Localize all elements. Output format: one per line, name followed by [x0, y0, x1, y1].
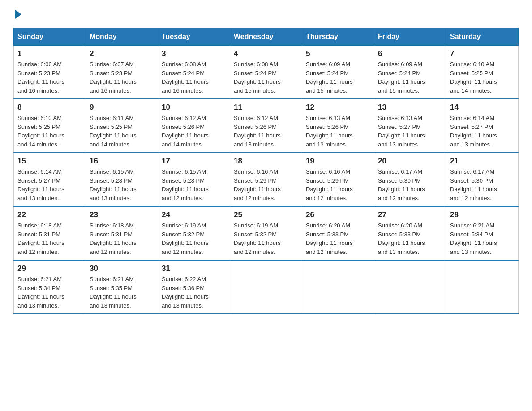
- day-number: 6: [378, 49, 442, 58]
- calendar-cell: 16Sunrise: 6:15 AMSunset: 5:28 PMDayligh…: [86, 153, 158, 206]
- calendar-cell: 20Sunrise: 6:17 AMSunset: 5:30 PMDayligh…: [374, 153, 446, 206]
- day-detail: Sunrise: 6:09 AMSunset: 5:24 PMDaylight:…: [306, 61, 353, 94]
- day-detail: Sunrise: 6:10 AMSunset: 5:25 PMDaylight:…: [17, 115, 64, 148]
- day-detail: Sunrise: 6:11 AMSunset: 5:25 PMDaylight:…: [90, 115, 137, 148]
- calendar-cell: 6Sunrise: 6:09 AMSunset: 5:24 PMDaylight…: [374, 46, 446, 99]
- day-detail: Sunrise: 6:07 AMSunset: 5:23 PMDaylight:…: [90, 61, 137, 94]
- calendar-cell: 22Sunrise: 6:18 AMSunset: 5:31 PMDayligh…: [14, 206, 86, 260]
- day-detail: Sunrise: 6:16 AMSunset: 5:29 PMDaylight:…: [306, 168, 353, 201]
- day-number: 2: [90, 49, 154, 58]
- calendar-week-row: 29Sunrise: 6:21 AMSunset: 5:34 PMDayligh…: [14, 260, 519, 314]
- calendar-cell: 14Sunrise: 6:14 AMSunset: 5:27 PMDayligh…: [446, 99, 519, 153]
- day-number: 27: [378, 210, 442, 219]
- day-number: 8: [17, 103, 82, 112]
- day-number: 1: [17, 49, 82, 58]
- calendar-cell: 24Sunrise: 6:19 AMSunset: 5:32 PMDayligh…: [158, 206, 230, 260]
- calendar-cell: 1Sunrise: 6:06 AMSunset: 5:23 PMDaylight…: [14, 46, 86, 99]
- calendar-week-row: 1Sunrise: 6:06 AMSunset: 5:23 PMDaylight…: [14, 46, 519, 99]
- day-of-week-thursday: Thursday: [302, 28, 374, 46]
- day-detail: Sunrise: 6:21 AMSunset: 5:34 PMDaylight:…: [450, 222, 497, 255]
- calendar-cell: 26Sunrise: 6:20 AMSunset: 5:33 PMDayligh…: [302, 206, 374, 260]
- day-number: 14: [450, 103, 515, 112]
- page-header: [13, 9, 519, 19]
- calendar-cell: 15Sunrise: 6:14 AMSunset: 5:27 PMDayligh…: [14, 153, 86, 206]
- day-number: 25: [234, 210, 298, 219]
- day-detail: Sunrise: 6:19 AMSunset: 5:32 PMDaylight:…: [162, 222, 209, 255]
- calendar-cell: 17Sunrise: 6:15 AMSunset: 5:28 PMDayligh…: [158, 153, 230, 206]
- day-of-week-monday: Monday: [86, 28, 158, 46]
- day-number: 24: [162, 210, 226, 219]
- calendar-cell: 31Sunrise: 6:22 AMSunset: 5:36 PMDayligh…: [158, 260, 230, 314]
- day-of-week-saturday: Saturday: [446, 28, 519, 46]
- logo: [13, 9, 23, 19]
- day-detail: Sunrise: 6:17 AMSunset: 5:30 PMDaylight:…: [378, 168, 425, 201]
- calendar-week-row: 8Sunrise: 6:10 AMSunset: 5:25 PMDaylight…: [14, 99, 519, 153]
- day-number: 13: [378, 103, 442, 112]
- day-detail: Sunrise: 6:13 AMSunset: 5:26 PMDaylight:…: [306, 115, 353, 148]
- day-of-week-friday: Friday: [374, 28, 446, 46]
- day-of-week-wednesday: Wednesday: [230, 28, 302, 46]
- day-number: 4: [234, 49, 298, 58]
- day-number: 31: [162, 264, 226, 273]
- calendar-cell: [302, 260, 374, 314]
- calendar-cell: 11Sunrise: 6:12 AMSunset: 5:26 PMDayligh…: [230, 99, 302, 153]
- day-number: 12: [306, 103, 370, 112]
- day-number: 7: [450, 49, 515, 58]
- calendar-body: 1Sunrise: 6:06 AMSunset: 5:23 PMDaylight…: [14, 46, 519, 314]
- calendar-cell: 13Sunrise: 6:13 AMSunset: 5:27 PMDayligh…: [374, 99, 446, 153]
- day-number: 20: [378, 157, 442, 166]
- day-detail: Sunrise: 6:12 AMSunset: 5:26 PMDaylight:…: [234, 115, 281, 148]
- day-detail: Sunrise: 6:17 AMSunset: 5:30 PMDaylight:…: [450, 168, 497, 201]
- day-number: 26: [306, 210, 370, 219]
- day-detail: Sunrise: 6:08 AMSunset: 5:24 PMDaylight:…: [234, 61, 281, 94]
- day-number: 3: [162, 49, 226, 58]
- days-of-week-row: SundayMondayTuesdayWednesdayThursdayFrid…: [14, 28, 519, 46]
- calendar-cell: 21Sunrise: 6:17 AMSunset: 5:30 PMDayligh…: [446, 153, 519, 206]
- day-number: 30: [90, 264, 154, 273]
- calendar-header: SundayMondayTuesdayWednesdayThursdayFrid…: [14, 28, 519, 46]
- day-detail: Sunrise: 6:06 AMSunset: 5:23 PMDaylight:…: [17, 61, 64, 94]
- day-number: 16: [90, 157, 154, 166]
- day-detail: Sunrise: 6:21 AMSunset: 5:35 PMDaylight:…: [90, 276, 137, 309]
- day-number: 28: [450, 210, 515, 219]
- day-detail: Sunrise: 6:12 AMSunset: 5:26 PMDaylight:…: [162, 115, 209, 148]
- calendar-table: SundayMondayTuesdayWednesdayThursdayFrid…: [13, 28, 519, 314]
- day-number: 15: [17, 157, 82, 166]
- day-number: 22: [17, 210, 82, 219]
- calendar-week-row: 15Sunrise: 6:14 AMSunset: 5:27 PMDayligh…: [14, 153, 519, 206]
- calendar-cell: [374, 260, 446, 314]
- calendar-cell: 29Sunrise: 6:21 AMSunset: 5:34 PMDayligh…: [14, 260, 86, 314]
- calendar-week-row: 22Sunrise: 6:18 AMSunset: 5:31 PMDayligh…: [14, 206, 519, 260]
- calendar-cell: 9Sunrise: 6:11 AMSunset: 5:25 PMDaylight…: [86, 99, 158, 153]
- calendar-cell: 10Sunrise: 6:12 AMSunset: 5:26 PMDayligh…: [158, 99, 230, 153]
- day-number: 18: [234, 157, 298, 166]
- calendar-cell: [446, 260, 519, 314]
- day-number: 21: [450, 157, 515, 166]
- day-detail: Sunrise: 6:21 AMSunset: 5:34 PMDaylight:…: [17, 276, 64, 309]
- day-detail: Sunrise: 6:10 AMSunset: 5:25 PMDaylight:…: [450, 61, 497, 94]
- calendar-cell: 28Sunrise: 6:21 AMSunset: 5:34 PMDayligh…: [446, 206, 519, 260]
- calendar-cell: 27Sunrise: 6:20 AMSunset: 5:33 PMDayligh…: [374, 206, 446, 260]
- calendar-cell: 3Sunrise: 6:08 AMSunset: 5:24 PMDaylight…: [158, 46, 230, 99]
- calendar-cell: 2Sunrise: 6:07 AMSunset: 5:23 PMDaylight…: [86, 46, 158, 99]
- day-number: 29: [17, 264, 82, 273]
- logo-arrow-icon: [15, 10, 21, 19]
- day-detail: Sunrise: 6:13 AMSunset: 5:27 PMDaylight:…: [378, 115, 425, 148]
- day-detail: Sunrise: 6:15 AMSunset: 5:28 PMDaylight:…: [90, 168, 137, 201]
- day-detail: Sunrise: 6:18 AMSunset: 5:31 PMDaylight:…: [17, 222, 64, 255]
- calendar-cell: 12Sunrise: 6:13 AMSunset: 5:26 PMDayligh…: [302, 99, 374, 153]
- day-detail: Sunrise: 6:16 AMSunset: 5:29 PMDaylight:…: [234, 168, 281, 201]
- calendar-cell: 19Sunrise: 6:16 AMSunset: 5:29 PMDayligh…: [302, 153, 374, 206]
- calendar-cell: 25Sunrise: 6:19 AMSunset: 5:32 PMDayligh…: [230, 206, 302, 260]
- day-number: 11: [234, 103, 298, 112]
- day-number: 10: [162, 103, 226, 112]
- calendar-cell: 7Sunrise: 6:10 AMSunset: 5:25 PMDaylight…: [446, 46, 519, 99]
- day-number: 17: [162, 157, 226, 166]
- day-number: 9: [90, 103, 154, 112]
- day-of-week-sunday: Sunday: [14, 28, 86, 46]
- day-detail: Sunrise: 6:14 AMSunset: 5:27 PMDaylight:…: [17, 168, 64, 201]
- calendar-cell: 4Sunrise: 6:08 AMSunset: 5:24 PMDaylight…: [230, 46, 302, 99]
- day-detail: Sunrise: 6:09 AMSunset: 5:24 PMDaylight:…: [378, 61, 425, 94]
- calendar-cell: 30Sunrise: 6:21 AMSunset: 5:35 PMDayligh…: [86, 260, 158, 314]
- calendar-cell: 8Sunrise: 6:10 AMSunset: 5:25 PMDaylight…: [14, 99, 86, 153]
